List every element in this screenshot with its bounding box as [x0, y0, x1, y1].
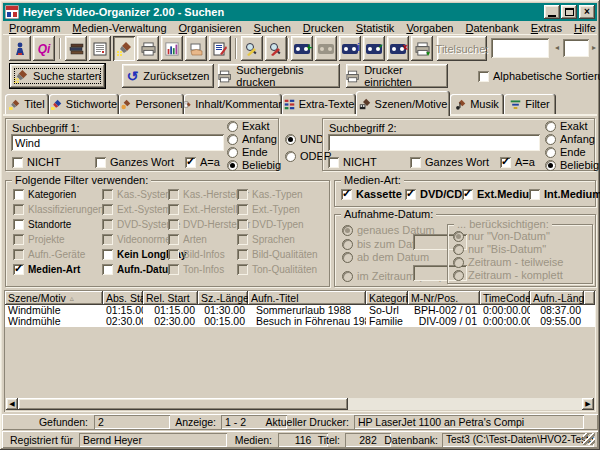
ab-dem-datum-radio: ab dem Datum [342, 251, 429, 263]
checkbox-box [102, 249, 113, 260]
suchbegriff1-input[interactable] [11, 134, 224, 151]
nav-left-icon[interactable]: ◂ [555, 44, 559, 52]
dvd-cd-checkbox[interactable]: DVD/CD [405, 188, 462, 200]
aufnahme-datum-title: Aufnahme-Datum: [341, 208, 436, 220]
beruecksichtigen-title: ... berücksichtigen: [454, 218, 552, 230]
media-copy-button[interactable] [315, 36, 337, 61]
col-rel-start[interactable]: Rel. Start [143, 291, 198, 305]
col-m-nr-pos[interactable]: M-Nr/Pos. [408, 291, 480, 305]
horizontal-scrollbar[interactable]: ◀ ▶ [6, 398, 594, 410]
und-radio[interactable]: UND [285, 133, 324, 145]
col-szene-motiv[interactable]: Szene/Motiv▵ [5, 291, 103, 305]
media-edit-button[interactable]: ✓ [363, 36, 385, 61]
cassette-gray-icon [318, 44, 334, 54]
quick-info-button[interactable]: Qi [33, 36, 55, 61]
flashlight-note-icon [455, 99, 466, 110]
exit-button[interactable] [9, 36, 31, 61]
tab-personen[interactable]: Personen [119, 94, 184, 114]
nav-right-icon[interactable]: ▸ [592, 44, 596, 52]
media-delete-button[interactable]: × [387, 36, 409, 61]
tab-szenen-motive[interactable]: Szenen/Motive [356, 91, 450, 116]
titelsuche-button[interactable]: Titelsuche: [437, 36, 487, 61]
statistics-button[interactable] [161, 36, 183, 61]
menu-datenbank[interactable]: Datenbank [459, 22, 524, 34]
filter-kategorien[interactable]: Kategorien [13, 189, 76, 200]
suchergebnis-drucken-button[interactable]: Suchergebnis drucken [218, 64, 340, 88]
menu-suchen[interactable]: Suchen [248, 22, 297, 34]
close-button[interactable]: × [579, 5, 595, 19]
ende1-radio[interactable]: Ende [227, 146, 268, 158]
media-management-button[interactable] [65, 36, 87, 61]
beliebig2-radio[interactable]: Beliebig [545, 159, 599, 171]
nicht1-checkbox[interactable]: NICHT [12, 156, 61, 168]
tab-titel[interactable]: Titel [5, 94, 49, 114]
anfang1-radio[interactable]: Anfang [227, 133, 277, 145]
col-sz-laenge[interactable]: Sz.-Länge [198, 291, 248, 305]
filter-aufn-datum[interactable]: Aufn.-Datum [102, 264, 177, 275]
defaults-button[interactable] [185, 36, 207, 61]
tab-inhalt-kommentar[interactable]: Inhalt/Kommentar [184, 94, 282, 114]
ext-medium-checkbox[interactable]: Ext.Medium [462, 188, 539, 200]
tab-extra-texte[interactable]: Extra-Texte [282, 94, 356, 114]
nicht2-checkbox[interactable]: NICHT [328, 156, 377, 168]
menu-hilfe[interactable]: Hilfe [568, 22, 600, 34]
menu-statistik[interactable]: Statistik [350, 22, 401, 34]
organize-button[interactable] [89, 36, 111, 61]
media-info-button[interactable]: i [339, 36, 361, 61]
suchbegriff2-input[interactable] [328, 134, 540, 151]
int-medium-checkbox[interactable]: Int.Medium [529, 188, 600, 200]
scroll-thumb[interactable] [18, 398, 348, 410]
database-edit-button[interactable] [209, 36, 231, 61]
scroll-right-arrow[interactable]: ▶ [582, 398, 594, 410]
cassette-icon: × [390, 44, 406, 54]
anfang2-radio[interactable]: Anfang [545, 133, 595, 145]
maximize-button[interactable] [561, 5, 577, 19]
scroll-left-arrow[interactable]: ◀ [6, 398, 18, 410]
beliebig1-radio[interactable]: Beliebig [227, 159, 281, 171]
scroll-track[interactable] [348, 398, 582, 410]
menu-drucken[interactable]: Drucken [297, 22, 350, 34]
kassette-checkbox[interactable]: Kassette [341, 188, 402, 200]
hand-card-icon [189, 42, 204, 56]
minimize-button[interactable] [544, 5, 560, 19]
ganzes-wort1-checkbox[interactable]: Ganzes Wort [95, 156, 174, 168]
col-kategorie[interactable]: Kategorie [366, 291, 408, 305]
resize-grip[interactable] [583, 433, 595, 445]
col-aufn-titel[interactable]: Aufn.-Titel [248, 291, 366, 305]
tab-musik[interactable]: Musik [450, 94, 504, 114]
suche-starten-button[interactable]: Suche starten [10, 64, 105, 88]
titelsuche-nav-input[interactable] [563, 39, 589, 57]
search-edit-red-button[interactable] [265, 36, 287, 61]
filter-medien-art[interactable]: Medien-Art [13, 264, 80, 275]
col-abs-start[interactable]: Abs. Start [103, 291, 143, 305]
menu-medien-verwaltung[interactable]: Medien-Verwaltung [66, 22, 172, 34]
ganzes-wort2-checkbox[interactable]: Ganzes Wort [410, 156, 489, 168]
exakt1-radio[interactable]: Exakt [227, 120, 270, 132]
tab-filter[interactable]: Filter [504, 94, 556, 114]
table-row[interactable]: Windmühle 01:15.00 01:15.00 01:30.00 Som… [5, 305, 595, 316]
checkbox-box [168, 249, 179, 260]
col-aufn-laenge[interactable]: Aufn.-Länge [530, 291, 584, 305]
exakt2-radio[interactable]: Exakt [545, 120, 588, 132]
table-row[interactable]: Windmühle 02:30.00 02:30.00 00:15.00 Bes… [5, 316, 595, 327]
title-bar[interactable]: Heyer's Video-Organizer 2.00 - Suchen × [3, 3, 597, 21]
ende2-radio[interactable]: Ende [545, 146, 586, 158]
filter-standorte[interactable]: Standorte [13, 219, 71, 230]
media-add-button[interactable]: + [291, 36, 313, 61]
alphabetische-sortierung-checkbox[interactable]: Alphabetische Sortierung [478, 70, 600, 82]
search-button[interactable] [113, 36, 135, 61]
gross-klein2-checkbox[interactable]: A=a [500, 156, 535, 168]
zuruecksetzen-button[interactable]: ↺ Zurücksetzen [122, 64, 214, 88]
titelsuche-input[interactable] [491, 38, 549, 58]
menu-programm[interactable]: Programm [3, 22, 66, 34]
menu-extras[interactable]: Extras [525, 22, 568, 34]
menu-vorgaben[interactable]: Vorgaben [400, 22, 459, 34]
gross-klein1-checkbox[interactable]: A=a [185, 156, 220, 168]
tab-stichworte[interactable]: Stichworte [49, 94, 119, 114]
media-print-button[interactable] [411, 36, 433, 61]
print-button[interactable] [137, 36, 159, 61]
menu-organisieren[interactable]: Organisieren [173, 22, 248, 34]
col-timecode[interactable]: TimeCode [480, 291, 530, 305]
drucker-einrichten-button[interactable]: Drucker einrichten [346, 64, 448, 88]
search-edit-button[interactable] [241, 36, 263, 61]
